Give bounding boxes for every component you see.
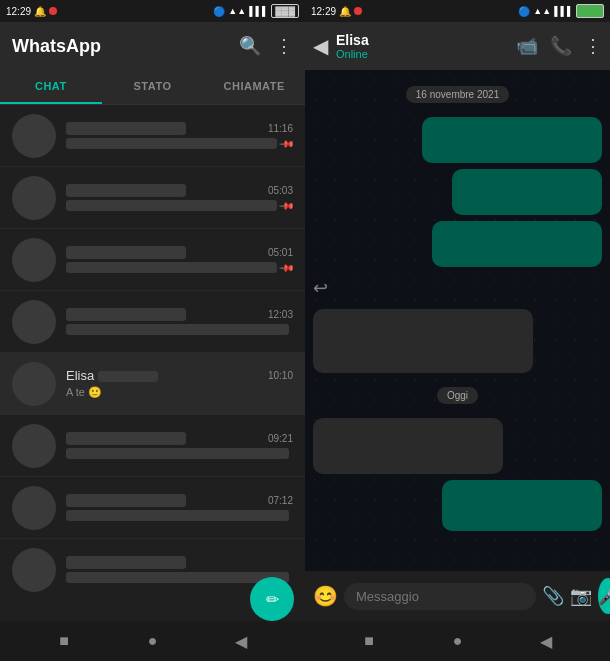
tab-chiamate[interactable]: CHIAMATE [203, 70, 305, 104]
tab-stato[interactable]: STATO [102, 70, 204, 104]
chat-background: 16 novembre 2021 ↩ [305, 70, 610, 571]
chat-info: 09:21 [66, 432, 293, 459]
chat-item[interactable]: 09:21 [0, 415, 305, 477]
nav-square-right[interactable]: ■ [349, 626, 389, 656]
message-sent [432, 221, 602, 267]
more-options-icon-right[interactable]: ⋮ [584, 35, 602, 57]
camera-button[interactable]: 📷 [570, 585, 592, 607]
right-status-bar: 12:29 🔔 🔵 ▲▲ ▌▌▌ ▓▓▓ [305, 0, 610, 22]
chat-info: 12:03 [66, 308, 293, 335]
chat-info: 07:12 [66, 494, 293, 521]
emoji-button[interactable]: 😊 [313, 584, 338, 608]
avatar [12, 548, 56, 592]
chat-info: 05:01 📌 [66, 246, 293, 273]
compose-fab[interactable]: ✏ [250, 577, 294, 621]
bottom-nav-left: ■ ● ◀ [0, 621, 305, 661]
tab-chat[interactable]: CHAT [0, 70, 102, 104]
nav-back-left[interactable]: ◀ [221, 626, 261, 656]
message-sent [422, 117, 602, 163]
chat-time: 12:03 [268, 309, 293, 320]
back-button[interactable]: ◀ [313, 34, 328, 58]
message-sent [452, 169, 602, 215]
contact-info: Elisa Online [336, 32, 508, 60]
chat-time: 11:16 [268, 123, 293, 134]
mic-button[interactable]: 🎤 [598, 578, 610, 614]
app-title: WhatsApp [12, 36, 101, 57]
nav-circle-left[interactable]: ● [132, 626, 172, 656]
chat-preview-bar [66, 138, 277, 149]
chat-time-elisa: 10:10 [268, 370, 293, 381]
chat-name-bar [66, 184, 186, 197]
alarm-icon-right: 🔔 [339, 6, 351, 17]
bluetooth-icon-right: 🔵 [518, 6, 530, 17]
chat-preview-bar [66, 572, 289, 583]
avatar [12, 424, 56, 468]
alarm-icon: 🔔 [34, 6, 46, 17]
bluetooth-icon-left: 🔵 [213, 6, 225, 17]
chat-preview-bar [66, 448, 289, 459]
avatar [12, 238, 56, 282]
avatar-elisa [12, 362, 56, 406]
left-time: 12:29 [6, 6, 31, 17]
chat-info: 11:16 📌 [66, 122, 293, 149]
status-dot-left [49, 7, 57, 15]
reply-indicator: ↩ [313, 273, 602, 303]
battery-icon-left: ▓▓▓ [271, 4, 299, 18]
wifi-icon-right: ▲▲ [533, 6, 551, 16]
avatar [12, 176, 56, 220]
search-icon[interactable]: 🔍 [239, 35, 261, 57]
chat-item-elisa[interactable]: Elisa 10:10 A te 🙂 [0, 353, 305, 415]
right-header: ◀ Elisa Online 📹 📞 ⋮ [305, 22, 610, 70]
battery-icon-right: ▓▓▓ [576, 4, 604, 18]
nav-square-left[interactable]: ■ [44, 626, 84, 656]
tabs-bar: CHAT STATO CHIAMATE [0, 70, 305, 105]
message-received [313, 418, 503, 474]
chat-preview-bar [66, 200, 277, 211]
nav-circle-right[interactable]: ● [437, 626, 477, 656]
voice-call-icon[interactable]: 📞 [550, 35, 572, 57]
left-header-icons: 🔍 ⋮ [239, 35, 293, 57]
chat-name-bar [66, 122, 186, 135]
chat-name-bar [66, 494, 186, 507]
message-received [313, 309, 533, 373]
pin-icon: 📌 [279, 197, 293, 211]
chat-item[interactable]: 11:16 📌 [0, 105, 305, 167]
chat-preview-bar [66, 262, 277, 273]
attach-button[interactable]: 📎 [542, 585, 564, 607]
chat-name-bar [66, 308, 186, 321]
main-content: WhatsApp 🔍 ⋮ CHAT STATO CHIAMATE 11:16 [0, 22, 610, 661]
bottom-nav-right: ■ ● ◀ [305, 621, 610, 661]
message-input[interactable] [344, 583, 536, 610]
signal-icon-left: ▌▌▌ [249, 6, 268, 16]
chat-time: 05:03 [268, 185, 293, 196]
avatar [12, 114, 56, 158]
nav-back-right[interactable]: ◀ [526, 626, 566, 656]
chat-list: 11:16 📌 05:03 [0, 105, 305, 599]
wifi-icon-left: ▲▲ [228, 6, 246, 16]
chat-item[interactable]: 05:03 📌 [0, 167, 305, 229]
chat-time: 09:21 [268, 433, 293, 444]
today-badge: Oggi [313, 387, 602, 404]
chat-preview-elisa: A te 🙂 [66, 386, 293, 399]
left-status-bar: 12:29 🔔 🔵 ▲▲ ▌▌▌ ▓▓▓ [0, 0, 305, 22]
right-panel: ◀ Elisa Online 📹 📞 ⋮ 16 novembre 2021 [305, 22, 610, 661]
chat-name-bar [66, 556, 186, 569]
pin-icon: 📌 [279, 135, 293, 149]
chat-name-bar [66, 246, 186, 259]
avatar [12, 300, 56, 344]
video-call-icon[interactable]: 📹 [516, 35, 538, 57]
chat-preview-bar [66, 324, 289, 335]
chat-name-bar [66, 432, 186, 445]
signal-icon-right: ▌▌▌ [554, 6, 573, 16]
chat-time: 07:12 [268, 495, 293, 506]
date-badge: 16 novembre 2021 [313, 86, 602, 103]
chat-item[interactable]: 05:01 📌 [0, 229, 305, 291]
more-options-icon[interactable]: ⋮ [275, 35, 293, 57]
chat-item[interactable]: 07:12 [0, 477, 305, 539]
chat-info-elisa: Elisa 10:10 A te 🙂 [66, 368, 293, 399]
chat-item[interactable]: 12:03 [0, 291, 305, 353]
chat-info [66, 556, 293, 583]
chat-time: 05:01 [268, 247, 293, 258]
message-sent [442, 480, 602, 531]
dual-status-bar: 12:29 🔔 🔵 ▲▲ ▌▌▌ ▓▓▓ 12:29 🔔 🔵 ▲▲ ▌▌▌ ▓▓… [0, 0, 610, 22]
